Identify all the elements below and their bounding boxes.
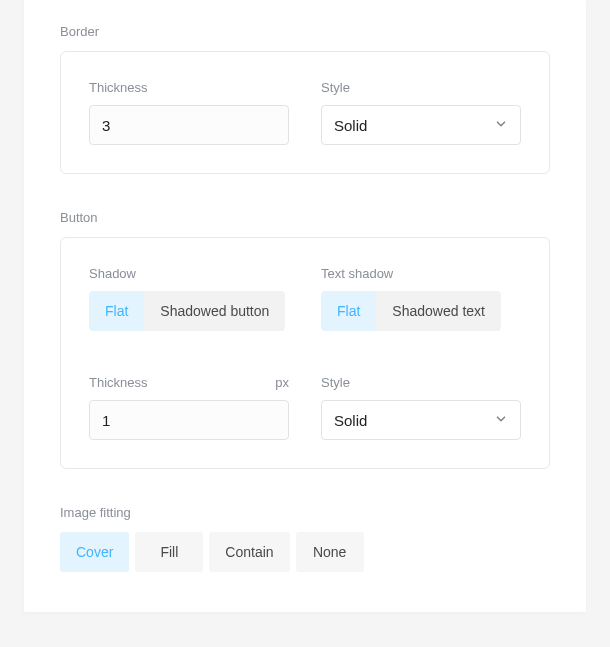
- button-style-field: Style Solid: [321, 375, 521, 440]
- button-style-select[interactable]: Solid: [321, 400, 521, 440]
- image-fitting-cover-button[interactable]: Cover: [60, 532, 129, 572]
- border-thickness-field: Thickness: [89, 80, 289, 145]
- button-style-value: Solid: [334, 412, 367, 429]
- button-thickness-field: Thickness px: [89, 375, 289, 440]
- image-fitting-none-button[interactable]: None: [296, 532, 364, 572]
- button-thickness-suffix: px: [275, 375, 289, 390]
- border-section: Border Thickness Style Solid: [60, 24, 550, 174]
- border-thickness-label: Thickness: [89, 80, 289, 95]
- image-fitting-section: Image fitting Cover Fill Contain None: [60, 505, 550, 572]
- textshadow-shadowed-button[interactable]: Shadowed text: [376, 291, 501, 331]
- image-fitting-fill-button[interactable]: Fill: [135, 532, 203, 572]
- border-style-select[interactable]: Solid: [321, 105, 521, 145]
- button-thickness-input[interactable]: [89, 400, 289, 440]
- button-title: Button: [60, 210, 550, 225]
- button-section: Button Shadow Flat Shadowed button Text …: [60, 210, 550, 469]
- border-style-label: Style: [321, 80, 521, 95]
- button-textshadow-group: Flat Shadowed text: [321, 291, 501, 331]
- button-shadow-group: Flat Shadowed button: [89, 291, 285, 331]
- settings-panel: Border Thickness Style Solid: [24, 0, 586, 612]
- border-title: Border: [60, 24, 550, 39]
- button-thickness-label: Thickness: [89, 375, 148, 390]
- button-shadow-field: Shadow Flat Shadowed button: [89, 266, 289, 331]
- shadow-flat-button[interactable]: Flat: [89, 291, 144, 331]
- button-textshadow-label: Text shadow: [321, 266, 521, 281]
- button-textshadow-field: Text shadow Flat Shadowed text: [321, 266, 521, 331]
- button-shadow-label: Shadow: [89, 266, 289, 281]
- border-thickness-input[interactable]: [89, 105, 289, 145]
- image-fitting-title: Image fitting: [60, 505, 550, 520]
- shadow-shadowed-button[interactable]: Shadowed button: [144, 291, 285, 331]
- button-card: Shadow Flat Shadowed button Text shadow …: [60, 237, 550, 469]
- border-style-field: Style Solid: [321, 80, 521, 145]
- textshadow-flat-button[interactable]: Flat: [321, 291, 376, 331]
- border-card: Thickness Style Solid: [60, 51, 550, 174]
- button-style-label: Style: [321, 375, 521, 390]
- image-fitting-contain-button[interactable]: Contain: [209, 532, 289, 572]
- image-fitting-group: Cover Fill Contain None: [60, 532, 364, 572]
- border-style-value: Solid: [334, 117, 367, 134]
